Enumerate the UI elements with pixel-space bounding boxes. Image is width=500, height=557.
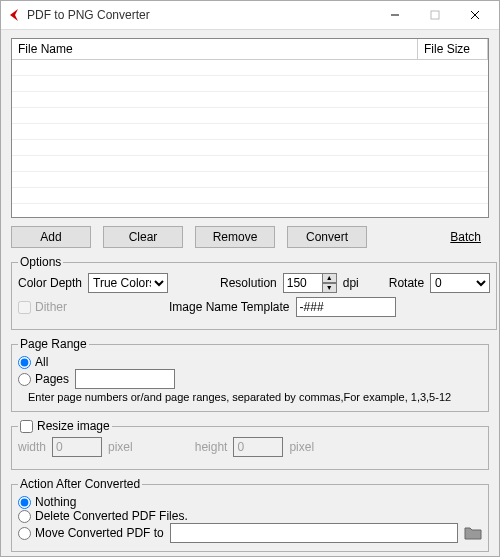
spin-down-icon[interactable]: ▼ [323,283,337,293]
titlebar: PDF to PNG Converter [1,1,499,30]
browse-move-folder-icon[interactable] [464,525,482,541]
width-label: width [18,440,46,454]
page-range-all-radio[interactable] [18,356,31,369]
color-depth-label: Color Depth [18,276,82,290]
action-move-radio[interactable] [18,527,31,540]
page-range-all-label: All [35,355,48,369]
action-nothing-label: Nothing [35,495,76,509]
pages-input[interactable] [75,369,175,389]
page-range-pages-label: Pages [35,372,69,386]
image-template-input[interactable] [296,297,396,317]
content-area: File Name File Size Add Clear Remove Con… [1,30,499,557]
image-template-label: Image Name Template [169,300,290,314]
resolution-unit: dpi [343,276,359,290]
rotate-select[interactable]: 0 [430,273,490,293]
clear-button[interactable]: Clear [103,226,183,248]
remove-button[interactable]: Remove [195,226,275,248]
main-window: PDF to PNG Converter File Name File Size… [0,0,500,557]
action-delete-label: Delete Converted PDF Files. [35,509,188,523]
page-range-note: Enter page numbers or/and page ranges, s… [28,391,482,403]
page-range-group: Page Range All Pages Enter page numbers … [11,337,489,412]
column-filesize[interactable]: File Size [418,39,488,59]
resolution-label: Resolution [220,276,277,290]
spin-up-icon[interactable]: ▲ [323,273,337,283]
height-input [233,437,283,457]
close-button[interactable] [455,1,495,29]
maximize-button[interactable] [415,1,455,29]
action-delete-radio[interactable] [18,510,31,523]
dither-checkbox [18,301,31,314]
color-depth-select[interactable]: True Colors [88,273,168,293]
svg-rect-1 [431,11,439,19]
file-list[interactable]: File Name File Size [11,38,489,218]
page-range-legend: Page Range [18,337,89,351]
convert-button[interactable]: Convert [287,226,367,248]
dither-label: Dither [35,300,67,314]
height-unit: pixel [289,440,314,454]
action-nothing-radio[interactable] [18,496,31,509]
action-legend: Action After Converted [18,477,142,491]
width-input [52,437,102,457]
action-move-label: Move Converted PDF to [35,526,164,540]
window-controls [375,1,495,29]
resolution-spinner[interactable]: ▲▼ [283,273,337,293]
column-filename[interactable]: File Name [12,39,418,59]
options-group: Options Color Depth True Colors Resoluti… [11,255,497,330]
move-path-input[interactable] [170,523,458,543]
height-label: height [195,440,228,454]
toolbar: Add Clear Remove Convert Batch [11,226,489,248]
file-list-body [12,60,488,210]
width-unit: pixel [108,440,133,454]
resize-label: Resize image [37,419,110,433]
batch-link[interactable]: Batch [450,230,489,244]
file-list-header: File Name File Size [12,39,488,60]
resize-group: Resize image width pixel height pixel [11,419,489,470]
window-title: PDF to PNG Converter [27,8,375,22]
action-group: Action After Converted Nothing Delete Co… [11,477,489,552]
app-icon [5,7,21,23]
page-range-pages-radio[interactable] [18,373,31,386]
resolution-input[interactable] [283,273,323,293]
options-legend: Options [18,255,63,269]
minimize-button[interactable] [375,1,415,29]
resize-checkbox[interactable] [20,420,33,433]
rotate-label: Rotate [389,276,424,290]
add-button[interactable]: Add [11,226,91,248]
